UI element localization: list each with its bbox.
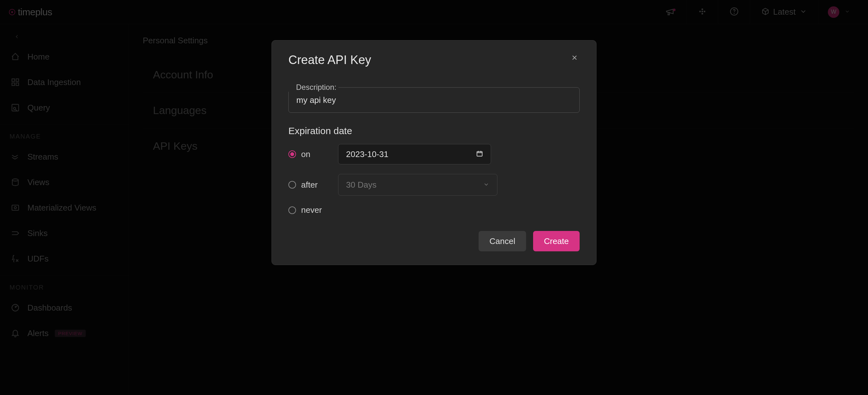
date-input[interactable]: 2023-10-31 xyxy=(338,144,491,164)
radio-after[interactable] xyxy=(288,181,296,189)
expiration-option-after: after 30 Days xyxy=(288,174,580,196)
close-icon xyxy=(571,54,578,63)
radio-label: on xyxy=(301,150,310,159)
svg-rect-17 xyxy=(477,151,483,156)
expiration-option-on: on 2023-10-31 xyxy=(288,144,580,164)
description-label: Description: xyxy=(296,83,337,91)
create-button[interactable]: Create xyxy=(533,231,580,251)
select-value: 30 Days xyxy=(346,180,376,190)
close-button[interactable] xyxy=(569,53,580,63)
expiration-option-never: never xyxy=(288,205,580,215)
description-field-wrapper: Description: xyxy=(288,78,580,113)
date-value: 2023-10-31 xyxy=(346,150,389,159)
modal-header: Create API Key xyxy=(288,53,580,67)
modal-overlay: Create API Key Description: Expiration d… xyxy=(0,0,868,395)
radio-label: never xyxy=(301,205,322,215)
calendar-icon xyxy=(476,150,483,159)
create-api-key-modal: Create API Key Description: Expiration d… xyxy=(272,40,596,265)
duration-select[interactable]: 30 Days xyxy=(338,174,497,196)
modal-footer: Cancel Create xyxy=(288,231,580,251)
chevron-down-icon xyxy=(483,180,490,190)
cancel-button[interactable]: Cancel xyxy=(478,231,526,251)
expiration-heading: Expiration date xyxy=(288,126,580,136)
radio-on[interactable] xyxy=(288,150,296,158)
modal-title: Create API Key xyxy=(288,53,371,67)
radio-never[interactable] xyxy=(288,206,296,214)
radio-label: after xyxy=(301,180,318,190)
